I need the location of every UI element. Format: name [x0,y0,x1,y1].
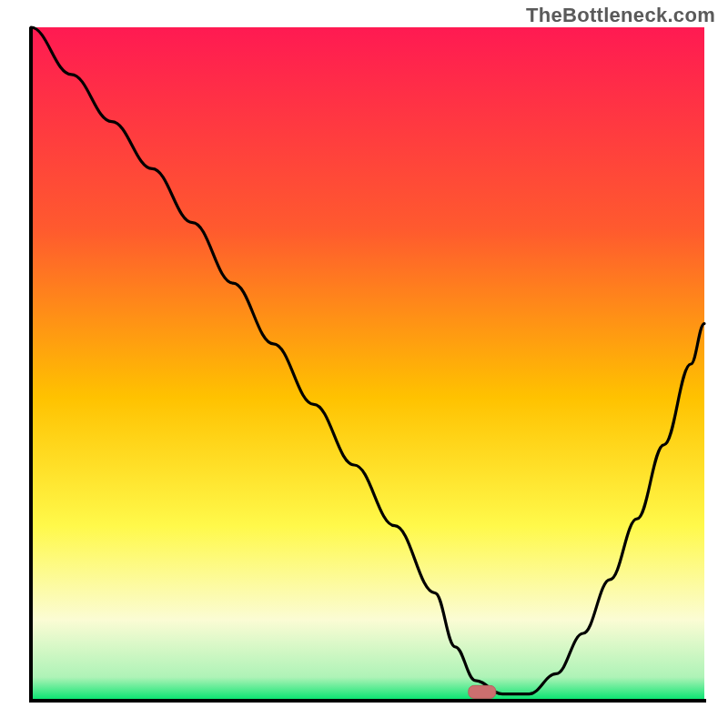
plot-background [31,27,704,701]
chart-container: { "watermark": "TheBottleneck.com", "col… [0,0,728,728]
watermark-text: TheBottleneck.com [526,4,715,27]
optimal-marker [469,685,496,698]
bottleneck-chart [0,0,728,728]
